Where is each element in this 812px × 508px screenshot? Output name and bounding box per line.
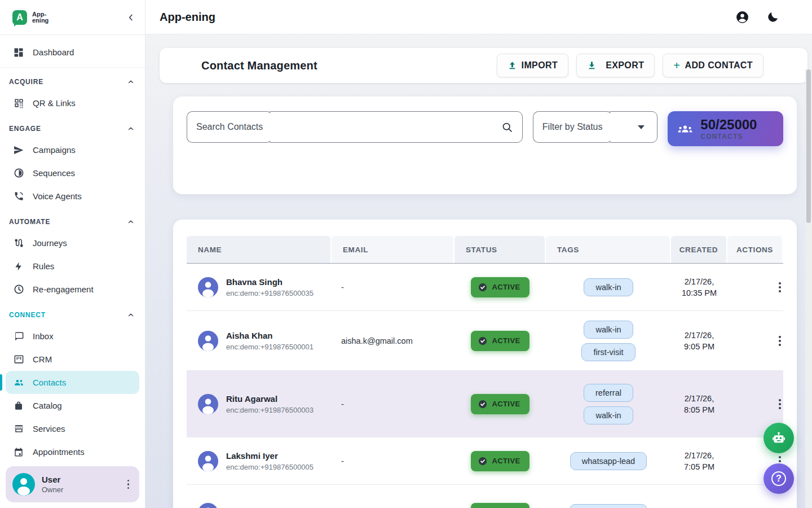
- section-engage[interactable]: ENGAGE: [0, 119, 145, 138]
- chat-icon: [12, 330, 25, 343]
- sidebar-item-services[interactable]: Services: [0, 417, 145, 440]
- sidebar-item-label: Appointments: [33, 447, 85, 457]
- sidebar-item-inbox[interactable]: Inbox: [0, 325, 145, 348]
- scrollbar-track[interactable]: [805, 69, 812, 508]
- contact-email: -: [332, 400, 454, 409]
- contact-name: Ritu Agarwal: [226, 394, 314, 404]
- user-menu-button[interactable]: [125, 478, 132, 492]
- app-title: App-ening: [160, 11, 215, 24]
- row-actions-button[interactable]: [776, 397, 783, 411]
- column-header-created[interactable]: CREATED: [671, 236, 727, 263]
- section-acquire[interactable]: ACQUIRE: [0, 72, 145, 91]
- search-input[interactable]: [266, 111, 523, 143]
- column-header-tags[interactable]: TAGS: [546, 236, 671, 263]
- robot-icon: [771, 430, 787, 446]
- status-badge: ACTIVE: [471, 331, 529, 351]
- search-icon[interactable]: [501, 121, 513, 133]
- table-row: Lakshmi Iyer enc:demo:+919876500005 - AC…: [187, 437, 783, 485]
- column-header-actions[interactable]: ACTIONS: [727, 236, 783, 263]
- sidebar-item-journeys[interactable]: Journeys: [0, 231, 145, 255]
- tag-chip[interactable]: first-visit: [581, 343, 635, 361]
- sidebar-collapse-button[interactable]: [126, 12, 136, 23]
- contact-avatar: [198, 451, 218, 471]
- contact-phone: enc:demo:+919876500035: [226, 289, 314, 297]
- app-window: A App- ening Dashboard ACQUIRE: [0, 0, 812, 508]
- status-filter-label: Filter by Status: [533, 111, 612, 143]
- status-badge: ACTIVE: [471, 277, 529, 297]
- sidebar-item-crm[interactable]: CRM: [0, 348, 145, 371]
- download-icon: [587, 61, 597, 71]
- section-automate[interactable]: AUTOMATE: [0, 212, 145, 231]
- sidebar-item-contacts[interactable]: Contacts: [6, 371, 139, 394]
- sidebar-item-label: Sequences: [33, 168, 75, 178]
- add-contact-button[interactable]: + ADD CONTACT: [663, 54, 764, 77]
- sidebar: A App- ening Dashboard ACQUIRE: [0, 0, 145, 508]
- import-button[interactable]: IMPORT: [497, 54, 569, 77]
- section-connect[interactable]: CONNECT: [0, 305, 145, 325]
- chatbot-fab[interactable]: [764, 423, 794, 453]
- contact-name: Aisha Khan: [226, 331, 314, 340]
- sidebar-item-label: Inbox: [33, 331, 54, 341]
- moon-icon: [766, 11, 779, 24]
- tag-chip[interactable]: referral: [584, 384, 633, 402]
- account-button[interactable]: [735, 10, 749, 24]
- calendar-icon: [12, 446, 25, 458]
- table-row: Jyoti Rawat ACTIVE: [187, 485, 783, 508]
- top-bar: App-ening: [145, 0, 812, 34]
- tag-chip[interactable]: campaign-lead: [570, 504, 647, 508]
- bolt-icon: [12, 260, 25, 273]
- sidebar-item-label: Dashboard: [33, 47, 74, 57]
- tag-chip[interactable]: walk-in: [584, 406, 633, 424]
- help-fab[interactable]: [764, 463, 794, 494]
- contact-phone: enc:demo:+919876500003: [226, 406, 314, 414]
- row-actions-button[interactable]: [776, 334, 783, 348]
- sidebar-item-campaigns[interactable]: Campaigns: [0, 138, 145, 161]
- export-button[interactable]: EXPORT: [576, 54, 655, 77]
- created-at: 2/17/26, 9:05 PM: [671, 330, 727, 352]
- sidebar-nav: Dashboard ACQUIRE QR & Links ENGAGE: [0, 35, 145, 463]
- chevron-up-icon: [127, 218, 135, 226]
- contact-avatar: [198, 331, 218, 351]
- sidebar-item-label: Journeys: [33, 238, 67, 248]
- sidebar-item-re-engagement[interactable]: Re-engagement: [0, 278, 145, 301]
- user-card[interactable]: User Owner: [6, 466, 139, 502]
- row-actions-button[interactable]: [776, 280, 783, 295]
- column-header-status[interactable]: STATUS: [454, 236, 546, 263]
- groups-icon: [677, 120, 694, 137]
- contact-phone: enc:demo:+919876500005: [226, 463, 314, 471]
- sidebar-item-label: Campaigns: [33, 145, 76, 155]
- sidebar-item-label: Voice Agents: [33, 191, 82, 201]
- sidebar-item-voice-agents[interactable]: Voice Agents: [0, 185, 145, 208]
- column-header-email[interactable]: EMAIL: [332, 236, 454, 263]
- sidebar-item-label: QR & Links: [33, 98, 76, 108]
- dark-mode-toggle[interactable]: [766, 11, 779, 24]
- sidebar-item-qr-links[interactable]: QR & Links: [0, 91, 145, 115]
- sidebar-item-appointments[interactable]: Appointments: [0, 440, 145, 463]
- qr-code-icon: [12, 97, 25, 110]
- contact-avatar: [198, 394, 218, 414]
- tag-chip[interactable]: walk-in: [584, 321, 633, 339]
- check-circle-icon: [478, 336, 488, 346]
- table-header-row: NAME EMAIL STATUS TAGS CREATED ACTIONS: [187, 236, 783, 264]
- status-badge: ACTIVE: [471, 451, 529, 471]
- sidebar-item-rules[interactable]: Rules: [0, 255, 145, 278]
- tag-chip[interactable]: walk-in: [584, 278, 633, 296]
- sidebar-item-label: Services: [33, 424, 65, 433]
- scrollbar-thumb[interactable]: [806, 69, 811, 223]
- column-header-name[interactable]: NAME: [187, 236, 332, 263]
- search-field[interactable]: Search Contacts: [187, 111, 523, 143]
- bag-icon: [12, 400, 25, 412]
- search-filter-card: Search Contacts Filter by Status: [173, 97, 797, 194]
- sidebar-item-catalog[interactable]: Catalog: [0, 394, 145, 417]
- created-at: 2/17/26, 10:35 PM: [671, 276, 727, 299]
- user-avatar: [12, 473, 35, 496]
- status-filter-select[interactable]: Filter by Status: [533, 111, 658, 143]
- tag-chip[interactable]: whatsapp-lead: [570, 452, 647, 470]
- sidebar-item-sequences[interactable]: Sequences: [0, 161, 145, 185]
- contrast-circle-icon: [12, 167, 25, 179]
- sidebar-item-dashboard[interactable]: Dashboard: [0, 37, 145, 68]
- user-role: Owner: [42, 485, 63, 494]
- sidebar-item-label: Contacts: [33, 378, 66, 387]
- row-actions-button[interactable]: [776, 506, 783, 508]
- contact-email: -: [332, 457, 454, 466]
